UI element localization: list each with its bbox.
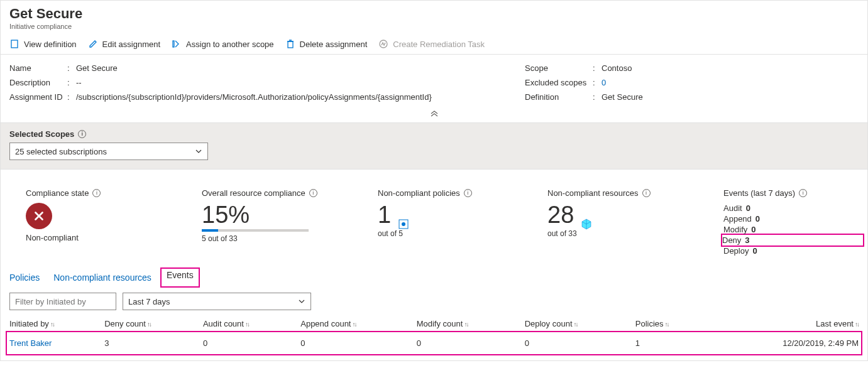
cell-audit: 0	[201, 332, 298, 354]
kpi-events-title: Events (last 7 days)	[723, 188, 795, 198]
svg-rect-1	[173, 41, 174, 47]
cell-last-event: 12/20/2019, 2:49 PM	[706, 332, 861, 354]
definition-label: Definition	[525, 92, 593, 102]
kpi-compliance-title: Compliance state	[26, 188, 89, 198]
svg-rect-0	[11, 40, 18, 48]
info-icon[interactable]: i	[92, 189, 101, 197]
col-policies[interactable]: Policies↑↓	[633, 315, 706, 332]
collapse-toggle[interactable]	[1, 108, 867, 122]
col-deny-count[interactable]: Deny count↑↓	[102, 315, 201, 332]
assign-scope-label: Assign to another scope	[186, 40, 273, 49]
event-deploy-row[interactable]: Deploy0	[723, 246, 862, 256]
cell-deploy: 0	[522, 332, 633, 354]
kpi-compliance-value: Non-compliant	[26, 233, 79, 242]
name-label: Name	[9, 63, 67, 73]
scopes-dropdown-value: 25 selected subscriptions	[15, 147, 107, 156]
kpi-noncompliant-resources: Non-compliant resourcesi 28 out of 33	[547, 188, 717, 256]
selected-scopes-label: Selected Scopes	[9, 129, 74, 139]
page-title: Get Secure	[9, 6, 859, 22]
trash-icon	[285, 39, 295, 49]
name-value: Get Secure	[76, 63, 118, 73]
scope-label: Scope	[525, 63, 593, 73]
create-remediation-label: Create Remediation Task	[393, 40, 485, 49]
time-range-dropdown[interactable]: Last 7 days	[123, 293, 311, 310]
view-definition-label: View definition	[24, 40, 77, 49]
chevron-double-up-icon	[430, 111, 439, 117]
tab-noncompliant-resources[interactable]: Non-compliant resources	[53, 269, 151, 286]
kpi-events: Events (last 7 days)i Audit0 Append0 Mod…	[723, 188, 862, 256]
view-definition-button[interactable]: View definition	[9, 39, 77, 49]
col-append-count[interactable]: Append count↑↓	[298, 315, 414, 332]
delete-assignment-button[interactable]: Delete assignment	[285, 39, 368, 49]
description-value: --	[76, 78, 82, 87]
event-audit-row[interactable]: Audit0	[723, 203, 862, 213]
event-append-row[interactable]: Append0	[723, 213, 862, 224]
filters-row: Last 7 days	[1, 286, 867, 315]
cell-deny: 3	[102, 332, 201, 354]
kpi-overall-pct: 15%	[202, 203, 250, 227]
info-icon[interactable]: i	[464, 189, 472, 197]
info-icon[interactable]: i	[799, 189, 807, 197]
assignment-id-label: Assignment ID	[9, 92, 67, 102]
col-deploy-count[interactable]: Deploy count↑↓	[522, 315, 633, 332]
delete-assignment-label: Delete assignment	[300, 40, 368, 49]
svg-rect-2	[288, 41, 293, 48]
events-table: Initiated by↑↓ Deny count↑↓ Audit count↑…	[7, 315, 861, 354]
assign-scope-button[interactable]: Assign to another scope	[172, 39, 273, 49]
arrow-right-icon	[172, 39, 182, 49]
time-range-value: Last 7 days	[128, 297, 170, 306]
kpi-ncpol-title: Non-compliant policies	[378, 188, 460, 198]
kpi-ncres-num: 28	[547, 203, 574, 227]
task-icon	[378, 39, 388, 49]
edit-assignment-button[interactable]: Edit assignment	[88, 39, 161, 49]
kpi-overall-title: Overall resource compliance	[202, 188, 305, 198]
tab-policies[interactable]: Policies	[9, 269, 40, 286]
kpi-ncpol-sub: out of 5	[378, 229, 541, 238]
definition-value: Get Secure	[602, 92, 643, 102]
table-row[interactable]: Trent Baker 3 0 0 0 0 1 12/20/2019, 2:49…	[7, 332, 861, 354]
toolbar: View definition Edit assignment Assign t…	[1, 34, 867, 55]
info-icon[interactable]: i	[642, 189, 651, 197]
event-deny-row[interactable]: Deny3	[721, 234, 864, 247]
cube-icon	[580, 210, 593, 223]
excluded-scopes-value[interactable]: 0	[602, 78, 606, 87]
cell-append: 0	[298, 332, 414, 354]
col-initiated-by[interactable]: Initiated by↑↓	[7, 315, 102, 332]
progress-bar	[202, 229, 309, 232]
col-modify-count[interactable]: Modify count↑↓	[414, 315, 522, 332]
description-label: Description	[9, 78, 67, 87]
cell-policies: 1	[633, 332, 706, 354]
col-last-event[interactable]: Last event↑↓	[706, 315, 861, 332]
page-subtitle: Initiative compliance	[9, 23, 859, 30]
svg-point-5	[402, 222, 405, 226]
info-icon[interactable]: i	[78, 130, 86, 138]
initiated-by-link[interactable]: Trent Baker	[9, 338, 52, 348]
kpi-noncompliant-policies: Non-compliant policiesi 1 out of 5	[378, 188, 541, 256]
tab-events[interactable]: Events	[160, 267, 200, 288]
assignment-id-value: /subscriptions/{subscriptionId}/provider…	[76, 92, 432, 102]
info-icon[interactable]: i	[309, 189, 317, 197]
kpi-ncpol-num: 1	[378, 203, 391, 227]
details-section: Name:Get Secure Description:-- Assignmen…	[1, 55, 867, 108]
kpi-ncres-sub: out of 33	[547, 229, 717, 238]
col-audit-count[interactable]: Audit count↑↓	[201, 315, 298, 332]
tabs: Policies Non-compliant resources Events	[1, 269, 867, 286]
document-icon	[9, 39, 19, 49]
excluded-scopes-label: Excluded scopes	[525, 78, 593, 87]
scope-value: Contoso	[602, 63, 632, 73]
edit-assignment-label: Edit assignment	[102, 40, 161, 49]
kpi-section: Compliance statei Non-compliant Overall …	[1, 170, 867, 269]
chevron-down-icon	[195, 148, 202, 155]
create-remediation-button: Create Remediation Task	[378, 39, 485, 49]
chevron-down-icon	[298, 298, 305, 305]
kpi-overall-sub: 5 out of 33	[202, 234, 371, 243]
cell-modify: 0	[414, 332, 522, 354]
kpi-ncres-title: Non-compliant resources	[547, 188, 639, 198]
pencil-icon	[88, 39, 98, 49]
filter-initiated-by-input[interactable]	[9, 293, 116, 310]
kpi-compliance-state: Compliance statei Non-compliant	[26, 188, 195, 256]
page-header: Get Secure Initiative compliance	[1, 1, 867, 34]
kpi-overall-compliance: Overall resource compliancei 15% 5 out o…	[202, 188, 371, 256]
scopes-dropdown[interactable]: 25 selected subscriptions	[9, 143, 208, 160]
selected-scopes-section: Selected Scopes i 25 selected subscripti…	[1, 122, 867, 170]
